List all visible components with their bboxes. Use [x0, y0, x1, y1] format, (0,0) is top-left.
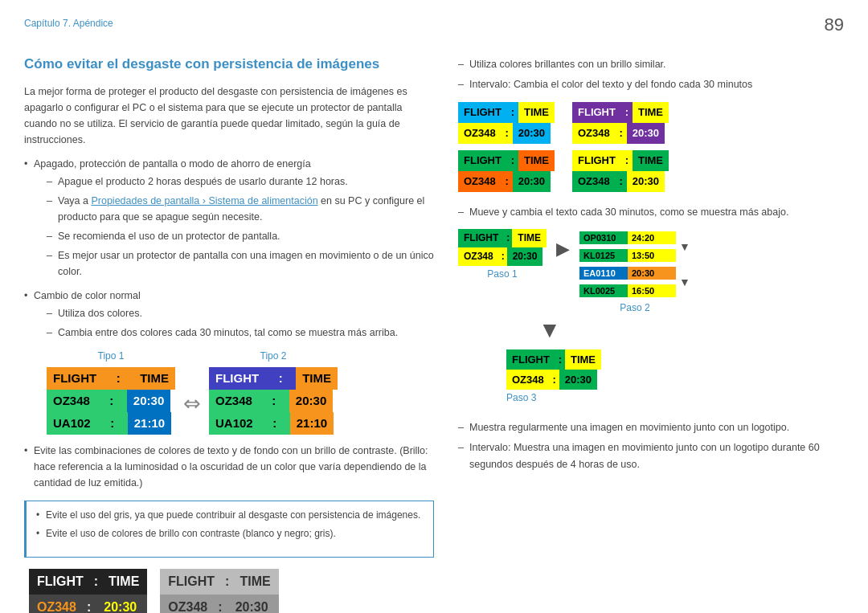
link-text[interactable]: Propiedades de pantalla › Sistema de ali… — [91, 195, 317, 206]
t1-val-cell: 20:30 — [127, 390, 170, 412]
scroll-row1-l: OP0310 — [579, 231, 628, 244]
bottom-boxes: FLIGHT : TIME OZ348 : 20:30 FLIGHT : TIM… — [29, 569, 434, 613]
t1-val2-cell: 21:10 — [128, 412, 171, 435]
sub-item-dos-colores: Utiliza dos colores. — [47, 305, 434, 321]
bb2-oz: OZ348 — [572, 123, 616, 144]
t1-time-cell: TIME — [133, 367, 175, 390]
paso2-scroll-display: OP0310 24:20 KL0125 13:50 EA0110 20:30 — [579, 229, 676, 300]
t2-val-cell: 20:30 — [289, 390, 333, 412]
black-flight-box: FLIGHT : TIME OZ348 : 20:30 — [29, 569, 147, 613]
move-section: Mueve y cambia el texto cada 30 minutos,… — [458, 204, 844, 403]
bb4-bot-colon: : — [616, 171, 627, 192]
scroll-row1-r: 24:20 — [628, 231, 676, 244]
t2-ua-cell: UA102 — [209, 412, 260, 435]
bb3-flight: FLIGHT — [458, 150, 507, 171]
tipo2-label: Tipo 2 — [260, 349, 287, 364]
bright-box-2: FLIGHT : TIME OZ348 : 20:30 — [572, 102, 669, 144]
bb2-flight: FLIGHT — [572, 102, 621, 123]
bb1-oz: OZ348 — [458, 123, 502, 144]
note-item-1: Evite el uso del gris, ya que puede cont… — [36, 508, 424, 523]
sub-item-4: Es mejor usar un protector de pantalla c… — [47, 247, 434, 280]
tipo1-display: FLIGHT : TIME OZ348 : 20:30 UA102 — [47, 367, 175, 435]
bb2-time: TIME — [633, 102, 669, 123]
sub-item-1: Apague el producto 2 horas después de us… — [47, 174, 434, 190]
scroll-row2-l: KL0125 — [579, 249, 628, 262]
right-bottom1: Muestra regularmente una imagen en movim… — [458, 419, 844, 436]
down-arrow-2-icon: ▼ — [679, 276, 690, 288]
breadcrumb: Capítulo 7. Apéndice — [24, 18, 113, 29]
bk-colon: : — [92, 569, 100, 595]
t1-ua-colon-cell: : — [97, 412, 128, 435]
gr-flight: FLIGHT — [160, 569, 223, 595]
t1-colon-cell: : — [103, 367, 133, 390]
t1-oz-cell: OZ348 — [47, 390, 96, 412]
bullet1-title: Apagado, protección de pantalla o modo d… — [34, 158, 311, 170]
bb3-colon: : — [507, 150, 518, 171]
paso1-label: Paso 1 — [487, 268, 517, 280]
bb1-bot-colon: : — [502, 123, 513, 144]
t2-oz-cell: OZ348 — [209, 390, 259, 412]
page-title: Cómo evitar el desgaste con persistencia… — [24, 56, 434, 72]
bb1-flight: FLIGHT — [458, 102, 507, 123]
t2-time-cell: TIME — [296, 367, 338, 390]
paso1-box: FLIGHT : TIME OZ348 : 20:30 Paso 1 — [458, 229, 547, 280]
paso2-box: OP0310 24:20 KL0125 13:50 EA0110 20:30 — [579, 229, 690, 313]
tipo1-label: Tipo 1 — [98, 349, 125, 364]
move-text: Mueve y cambia el texto cada 30 minutos,… — [458, 204, 844, 221]
bb2-colon: : — [621, 102, 633, 123]
bk-time: TIME — [100, 569, 147, 595]
tipo2-display: FLIGHT : TIME OZ348 : 20:30 UA102 — [209, 367, 338, 435]
gr-time: TIME — [231, 569, 278, 595]
big-down-arrow-icon: ▼ — [538, 317, 844, 343]
right-intro2: Intervalo: Cambia el color del texto y d… — [458, 76, 844, 93]
note-item-2: Evite el uso de colores de brillo con co… — [36, 526, 424, 541]
page-number: 89 — [825, 14, 844, 35]
t1-flight-cell: FLIGHT — [47, 367, 103, 390]
sub-item-cambia: Cambia entre dos colores cada 30 minutos… — [47, 325, 434, 341]
right-bottom2: Intervalo: Muestra una imagen en movimie… — [458, 439, 844, 474]
bb4-colon: : — [621, 150, 633, 171]
t1-ua-cell: UA102 — [47, 412, 97, 435]
t2-flight-cell: FLIGHT — [209, 367, 265, 390]
bright-boxes-section: FLIGHT : TIME OZ348 : 20:30 FLIGHT : — [458, 102, 844, 192]
bb4-val: 20:30 — [627, 171, 665, 192]
down-arrow-1-icon: ▼ — [679, 240, 690, 253]
bright-box-1: FLIGHT : TIME OZ348 : 20:30 — [458, 102, 555, 144]
bb2-bot-colon: : — [616, 123, 627, 144]
bb3-val: 20:30 — [513, 171, 551, 192]
bullet3-title: Evite las combinaciones de colores de te… — [34, 445, 428, 488]
sub-item-2: Vaya a Propiedades de pantalla › Sistema… — [47, 193, 434, 225]
gray-flight-box: FLIGHT : TIME OZ348 : 20:30 — [160, 569, 278, 613]
bk-val: 20:30 — [93, 595, 147, 613]
right-intro1: Utiliza colores brillantes con un brillo… — [458, 56, 844, 73]
bb3-time: TIME — [518, 150, 555, 171]
bb3-bot-colon: : — [502, 171, 513, 192]
bb4-time: TIME — [633, 150, 669, 171]
intro-paragraph: La mejor forma de proteger el producto d… — [24, 84, 434, 148]
bb1-colon: : — [507, 102, 518, 123]
t2-ua-colon-cell: : — [260, 412, 290, 435]
bright-box-4: FLIGHT : TIME OZ348 : 20:30 — [572, 150, 669, 192]
note-box: Evite el uso del gris, ya que puede cont… — [24, 501, 434, 557]
t2-colon-cell: : — [265, 367, 296, 390]
paso2-label: Paso 2 — [620, 302, 649, 313]
bullet2-title: Cambio de color normal — [34, 290, 141, 301]
sub-item-3: Se recomienda el uso de un protector de … — [47, 228, 434, 244]
paso3-display: FLIGHT : TIME OZ348 : 20:30 — [506, 349, 601, 390]
scroll-row4-l: KL0025 — [579, 284, 628, 297]
bk-oz: OZ348 — [29, 595, 84, 613]
bb4-oz: OZ348 — [572, 171, 616, 192]
bb4-flight: FLIGHT — [572, 150, 621, 171]
bb3-oz: OZ348 — [458, 171, 502, 192]
bb2-val: 20:30 — [627, 123, 665, 144]
scroll-row3-l: EA0110 — [579, 267, 628, 280]
step-right-arrow-icon: ▶ — [556, 239, 570, 260]
bright-box-3: FLIGHT : TIME OZ348 : 20:30 — [458, 150, 555, 192]
bb1-val: 20:30 — [513, 123, 551, 144]
bk-bot-colon: : — [84, 595, 93, 613]
gr-bot-colon: : — [215, 595, 224, 613]
t1-colon2-cell: : — [96, 390, 127, 412]
bb1-time: TIME — [518, 102, 555, 123]
scroll-row3-r: 20:30 — [628, 267, 676, 280]
t2-val2-cell: 21:10 — [290, 412, 334, 435]
